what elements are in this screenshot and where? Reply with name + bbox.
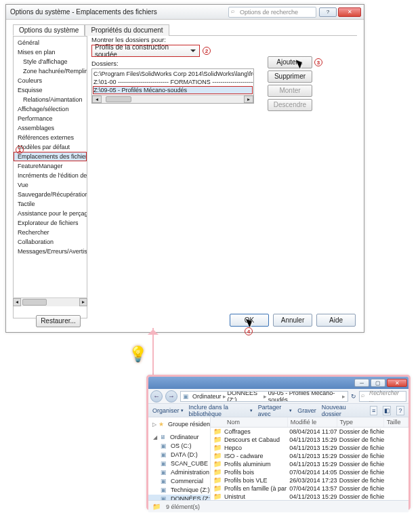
nav-tree-item[interactable]: ◢🖥Ordinateur (148, 433, 210, 442)
add-button[interactable]: Ajouter... (268, 56, 312, 68)
category-item[interactable]: Explorateur de fichiers (14, 218, 87, 228)
explorer-titlebar: ─ ▢ ✕ (148, 377, 408, 389)
col-date[interactable]: Modifié le (288, 417, 337, 427)
delete-button[interactable]: Supprimer (268, 70, 312, 83)
category-item[interactable]: Relations/Aimantation (14, 95, 87, 104)
category-item[interactable]: Assemblages (14, 123, 87, 133)
category-item[interactable]: Général (14, 38, 87, 47)
nav-tree-item[interactable]: ▣OS (C:) (148, 442, 210, 451)
category-item[interactable]: Mises en plan (14, 47, 87, 57)
tab-system-options[interactable]: Options du système (13, 24, 85, 36)
help-icon[interactable]: ? (396, 406, 404, 415)
folder-path-row[interactable]: Z:\01-00 ------------------------- FORMA… (93, 78, 253, 86)
preview-pane-icon[interactable]: ◧ (383, 406, 391, 415)
restore-button[interactable]: Restaurer... (36, 315, 81, 327)
new-folder-button[interactable]: Nouveau dossier (322, 404, 359, 417)
scroll-right-icon[interactable]: ▸ (244, 96, 253, 103)
category-item[interactable]: Sauvegarde/Récupération (14, 190, 87, 199)
move-up-button[interactable]: Monter (268, 85, 312, 97)
folders-listbox[interactable]: C:\Program Files\SolidWorks Corp 2014\So… (91, 68, 254, 104)
category-item[interactable]: Incréments de l'édition de cotation (14, 171, 87, 180)
nav-tree-item[interactable]: ▣SCAN_CUBE (148, 459, 210, 468)
folder-path-row[interactable]: C:\Program Files\SolidWorks Corp 2014\So… (93, 70, 253, 78)
help-button[interactable]: Aide (316, 314, 356, 327)
scroll-thumb[interactable] (106, 96, 131, 102)
explorer-file-list[interactable]: Nom Modifié le Type Taille 📁Coffrages08/… (211, 417, 408, 500)
category-item[interactable]: Collaboration (14, 237, 87, 247)
column-headers[interactable]: Nom Modifié le Type Taille (211, 417, 408, 428)
include-menu[interactable]: Inclure dans la bibliothèque▾ (189, 404, 253, 417)
file-row[interactable]: 📁Profils en famille (à partir de 2014)07… (211, 484, 408, 493)
file-row[interactable]: 📁Profils bois07/04/2014 14:05Dossier de … (211, 468, 408, 476)
crumb-1[interactable]: DONNÉES (Z:) (228, 391, 262, 402)
file-row[interactable]: 📁Profils aluminium04/11/2013 15:29Dossie… (211, 460, 408, 468)
category-item[interactable]: Style d'affichage (14, 57, 87, 66)
ok-button[interactable]: OK (230, 314, 269, 327)
folder-path-row[interactable]: Z:\09-05 - Profilés Mécano-soudés (93, 86, 253, 94)
nav-tree-item[interactable]: ▣Administration (148, 468, 210, 477)
options-search-input[interactable]: Options de recherche (228, 7, 316, 18)
profile-type-combo[interactable]: Profils de la construction soudée (91, 45, 200, 57)
scroll-left-icon[interactable]: ◂ (92, 96, 102, 103)
tab-document-properties[interactable]: Propriétés du document (85, 24, 169, 36)
address-breadcrumb[interactable]: ▣ Ordinateur▸ DONNÉES (Z:)▸ 09-05 - Prof… (180, 391, 348, 402)
nav-tree-item[interactable]: ▣DONNÉES (Z:) (148, 495, 210, 500)
category-item[interactable]: Affichage/sélection (14, 104, 87, 114)
col-type[interactable]: Type (337, 417, 384, 427)
scroll-left-icon[interactable]: ◂ (13, 298, 21, 306)
maximize-icon[interactable]: ▢ (371, 379, 385, 387)
nav-forward-button[interactable]: → (165, 390, 177, 402)
category-item[interactable]: Vue (14, 180, 87, 190)
crumb-2[interactable]: 09-05 - Profilés Mécano-soudés (268, 391, 341, 402)
listbox-hscroll[interactable]: ◂ ▸ (92, 95, 253, 103)
crumb-0[interactable]: Ordinateur (192, 393, 222, 400)
col-size[interactable]: Taille (384, 417, 408, 427)
scroll-thumb[interactable] (22, 299, 47, 306)
category-item[interactable]: Assistance pour le perçage/Taraudage (14, 209, 87, 218)
move-down-button[interactable]: Descendre (268, 99, 312, 111)
explorer-nav-pane[interactable]: ▷★Groupe résidentiel◢🖥Ordinateur▣OS (C:)… (148, 417, 211, 500)
category-item[interactable]: Messages/Erreurs/Avertissements (14, 247, 87, 256)
combo-value: Profils de la construction soudée (95, 43, 187, 58)
nav-tree-item[interactable]: ▣Commercial (148, 477, 210, 486)
lightbulb-icon: 💡 (129, 346, 147, 363)
category-item[interactable]: Esquisse (14, 85, 87, 95)
folder-icon: 📁 (152, 503, 161, 510)
file-row[interactable]: 📁Hepco04/11/2013 15:29Dossier de fichier… (211, 444, 408, 452)
minimize-icon[interactable]: ─ (354, 379, 369, 387)
cancel-button[interactable]: Annuler (273, 314, 312, 327)
file-row[interactable]: 📁Profils bois VLE26/03/2014 17:23Dossier… (211, 476, 408, 484)
category-item[interactable]: Emplacements des fichiers (14, 152, 87, 161)
category-item[interactable]: Performance (14, 114, 87, 123)
view-icon[interactable]: ≡ (370, 406, 378, 415)
category-item[interactable]: Couleurs (14, 76, 87, 85)
nav-back-button[interactable]: ← (150, 390, 163, 402)
status-text: 9 élément(s) (166, 503, 200, 510)
explorer-search-input[interactable]: Rechercher ... (359, 391, 406, 402)
help-icon[interactable]: ? (319, 7, 337, 17)
nav-tree-item[interactable]: ▷★Groupe résidentiel (148, 420, 210, 429)
close-icon[interactable]: ✕ (387, 379, 407, 387)
file-row[interactable]: 📁Descours et Cabaud04/11/2013 15:29Dossi… (211, 436, 408, 444)
nav-tree-item[interactable]: ▣DATA (D:) (148, 451, 210, 459)
status-bar: 📁 9 élément(s) (148, 500, 408, 512)
category-item[interactable]: Zone hachurée/Remplir (14, 66, 87, 76)
col-name[interactable]: Nom (211, 417, 288, 427)
category-item[interactable]: Modèles par défaut (14, 142, 87, 152)
share-menu[interactable]: Partager avec▾ (258, 404, 293, 417)
scroll-right-icon[interactable]: ▸ (79, 298, 87, 306)
nav-tree-item[interactable]: ▣Technique (Z:) (148, 486, 210, 495)
file-row[interactable]: 📁Unistrut04/11/2013 15:29Dossier de fich… (211, 493, 408, 500)
category-item[interactable]: Références externes (14, 133, 87, 142)
category-hscroll[interactable]: ◂ ▸ (13, 297, 87, 306)
burn-button[interactable]: Graver (297, 407, 316, 414)
category-item[interactable]: Rechercher (14, 228, 87, 237)
category-list[interactable]: GénéralMises en planStyle d'affichageZon… (13, 36, 87, 318)
refresh-icon[interactable]: ↻ (351, 393, 356, 400)
file-row[interactable]: 📁Coffrages08/04/2014 11:07Dossier de fic… (211, 428, 408, 436)
category-item[interactable]: FeatureManager (14, 161, 87, 171)
category-item[interactable]: Tactile (14, 199, 87, 209)
organize-menu[interactable]: Organiser▾ (152, 407, 184, 414)
close-icon[interactable]: ✕ (338, 7, 361, 17)
file-row[interactable]: 📁ISO - cadware04/11/2013 15:29Dossier de… (211, 452, 408, 460)
